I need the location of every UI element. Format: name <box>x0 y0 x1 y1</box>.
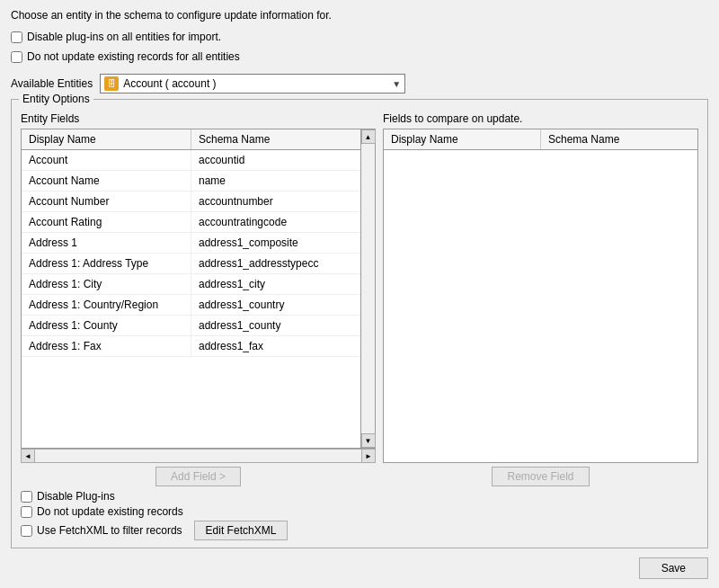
global-do-not-update-label: Do not update existing records for all e… <box>27 50 240 63</box>
edit-fetchxml-button[interactable]: Edit FetchXML <box>194 521 288 540</box>
entity-dropdown-text: Account ( account ) <box>123 77 388 90</box>
scroll-left-btn[interactable]: ◄ <box>21 449 35 463</box>
two-panel-area: Entity Fields Display Name Schema Name A… <box>21 112 698 486</box>
cell-schema: address1_county <box>191 316 360 335</box>
table-row[interactable]: Address 1: Countyaddress1_county <box>22 316 360 336</box>
table-row[interactable]: Address 1: Country/Regionaddress1_countr… <box>22 295 360 316</box>
main-container: Choose an entity in the schema to config… <box>0 0 719 588</box>
table-row[interactable]: Address 1address1_composite <box>22 233 360 254</box>
cell-schema: address1_addresstypecc <box>191 254 360 273</box>
chevron-down-icon: ▼ <box>392 79 401 89</box>
bottom-checkboxes: Disable Plug-ins Do not update existing … <box>21 490 698 540</box>
global-disable-plugins-checkbox[interactable] <box>11 31 22 43</box>
cell-schema: accountratingcode <box>191 212 360 232</box>
cell-display: Address 1: Country/Region <box>22 295 191 315</box>
cell-display: Account <box>22 150 191 170</box>
cell-schema: accountnumber <box>191 192 360 211</box>
left-vertical-scrollbar[interactable]: ▲ ▼ <box>361 129 376 449</box>
left-field-table: Display Name Schema Name Accountaccounti… <box>21 129 361 449</box>
cell-display: Address 1: County <box>22 316 191 335</box>
cell-schema: accountid <box>191 150 360 170</box>
cell-display: Address 1: City <box>22 274 191 294</box>
available-entities-label: Available Entities <box>11 77 93 90</box>
right-col-display: Display Name <box>384 129 541 149</box>
cell-schema: address1_country <box>191 295 360 315</box>
cell-schema: address1_composite <box>191 233 360 253</box>
table-row[interactable]: Accountaccountid <box>22 150 360 171</box>
scroll-track <box>361 144 375 433</box>
save-button[interactable]: Save <box>639 557 708 579</box>
global-disable-plugins-row: Disable plug-ins on all entities for imp… <box>11 31 708 43</box>
cell-schema: address1_fax <box>191 336 360 356</box>
left-horizontal-scrollbar[interactable]: ◄ ► <box>21 449 376 463</box>
footer: Save <box>11 554 708 579</box>
disable-plugins-label: Disable Plug-ins <box>37 490 115 503</box>
do-not-update-checkbox[interactable] <box>21 506 32 518</box>
table-row[interactable]: Account Ratingaccountratingcode <box>22 212 360 233</box>
global-do-not-update-checkbox[interactable] <box>11 51 22 63</box>
add-field-row: Add Field > <box>21 467 376 486</box>
disable-plugins-checkbox[interactable] <box>21 491 32 503</box>
entity-fields-label: Entity Fields <box>21 112 376 125</box>
right-table-body <box>384 150 697 462</box>
remove-field-button[interactable]: Remove Field <box>492 467 589 486</box>
cell-display: Address 1 <box>22 233 191 253</box>
disable-plugins-row: Disable Plug-ins <box>21 490 698 503</box>
cell-display: Account Number <box>22 192 191 211</box>
table-row[interactable]: Address 1: Address Typeaddress1_addresst… <box>22 254 360 274</box>
left-table-header: Display Name Schema Name <box>22 129 360 150</box>
add-field-button[interactable]: Add Field > <box>155 467 241 486</box>
use-fetchxml-label: Use FetchXML to filter records <box>37 524 182 537</box>
intro-text: Choose an entity in the schema to config… <box>11 9 708 22</box>
entity-options-group: Entity Options Entity Fields Display Nam… <box>11 99 708 548</box>
entity-dropdown[interactable]: 🗄 Account ( account ) ▼ <box>100 74 405 94</box>
entity-options-legend: Entity Options <box>19 93 93 105</box>
right-table-header: Display Name Schema Name <box>384 129 697 150</box>
available-entities-row: Available Entities 🗄 Account ( account )… <box>11 74 708 94</box>
table-row[interactable]: Account Namename <box>22 171 360 192</box>
right-col-schema: Schema Name <box>541 129 697 149</box>
scroll-right-btn[interactable]: ► <box>361 449 376 463</box>
right-panel: Fields to compare on update. Display Nam… <box>383 112 698 486</box>
h-scroll-track <box>35 449 361 463</box>
left-panel: Entity Fields Display Name Schema Name A… <box>21 112 376 486</box>
cell-schema: name <box>191 171 360 191</box>
scroll-down-btn[interactable]: ▼ <box>361 433 376 448</box>
cell-display: Address 1: Address Type <box>22 254 191 273</box>
global-disable-plugins-label: Disable plug-ins on all entities for imp… <box>27 31 221 43</box>
fields-compare-label: Fields to compare on update. <box>383 112 698 125</box>
use-fetchxml-checkbox[interactable] <box>21 525 32 537</box>
scroll-up-btn[interactable]: ▲ <box>361 129 376 144</box>
left-col-display: Display Name <box>22 129 191 149</box>
right-field-table: Display Name Schema Name <box>383 129 698 463</box>
cell-display: Address 1: Fax <box>22 336 191 356</box>
global-do-not-update-row: Do not update existing records for all e… <box>11 50 708 63</box>
do-not-update-label: Do not update existing records <box>37 505 183 518</box>
left-table-body: AccountaccountidAccount NamenameAccount … <box>22 150 360 448</box>
entity-icon: 🗄 <box>104 76 119 91</box>
use-fetchxml-row: Use FetchXML to filter records Edit Fetc… <box>21 521 698 540</box>
table-row[interactable]: Address 1: Cityaddress1_city <box>22 274 360 295</box>
remove-field-row: Remove Field <box>383 467 698 486</box>
cell-display: Account Rating <box>22 212 191 232</box>
left-col-schema: Schema Name <box>191 129 360 149</box>
cell-schema: address1_city <box>191 274 360 294</box>
cell-display: Account Name <box>22 171 191 191</box>
table-row[interactable]: Address 1: Faxaddress1_fax <box>22 336 360 357</box>
table-row[interactable]: Account Numberaccountnumber <box>22 192 360 212</box>
do-not-update-row: Do not update existing records <box>21 505 698 518</box>
